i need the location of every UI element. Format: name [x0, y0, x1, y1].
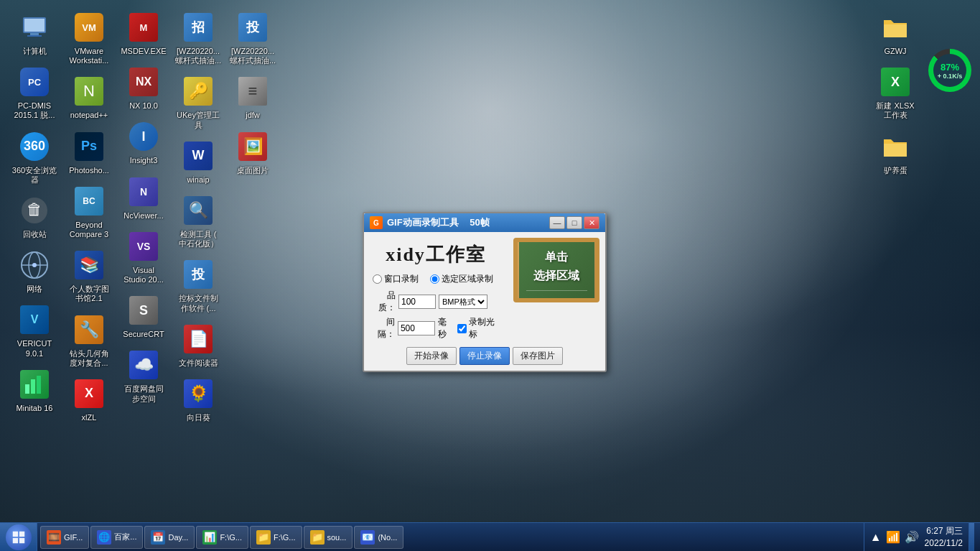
icon-beyondcompare[interactable]: BC BeyondCompare 3 [62, 181, 116, 242]
quality-input[interactable] [398, 295, 436, 309]
tray-arrow[interactable]: ▲ [870, 531, 882, 544]
radio-row: 窗口录制 选定区域录制 [373, 273, 502, 285]
svg-rect-1 [24, 19, 45, 32]
tray-signal: 📶 [886, 530, 900, 544]
icon-jdfw[interactable]: ≡ jdfw [225, 71, 280, 123]
green-board: 单击 选择区域 [519, 242, 594, 298]
icon-ukey[interactable]: 🔑 UKey管理工具 [171, 71, 225, 132]
icon-wz1[interactable]: 招 [WZ20220...螺杆式抽油... [171, 7, 225, 68]
icon-recycle[interactable]: 🗑 回收站 [7, 190, 62, 242]
icon-360[interactable]: 360 360安全浏览器 [7, 126, 62, 187]
icon-network[interactable]: 网络 [7, 245, 62, 297]
svg-rect-10 [25, 384, 29, 394]
radio-region[interactable]: 选定区域录制 [430, 273, 493, 285]
network-indicator: 87% + 0.1K/s [928, 49, 971, 92]
icon-baidu-pan[interactable]: ☁️ 百度网盘同步空间 [116, 345, 171, 406]
windows-orb [6, 524, 32, 550]
icon-winaip[interactable]: W winaip [171, 136, 225, 187]
gif-title-icon: G [370, 216, 383, 229]
show-desktop-button[interactable] [969, 523, 974, 551]
interval-unit: 毫秒 [438, 316, 454, 341]
icon-vericut[interactable]: V VERICUT9.0.1 [7, 300, 62, 361]
cursor-checkbox[interactable] [457, 324, 467, 333]
save-image-button[interactable]: 保存图片 [513, 347, 563, 365]
taskbar-no-icon: 📧 [360, 530, 375, 545]
icon-computer[interactable]: 计算机 [7, 7, 62, 59]
icon-donkey[interactable]: 驴养蛋 [868, 126, 923, 178]
taskbar-source-icon: 📁 [310, 530, 325, 545]
svg-rect-12 [37, 376, 41, 394]
icon-xlsx[interactable]: X 新建 XLSX工作表 [868, 62, 923, 123]
icon-photoshop[interactable]: Ps Photosho... [62, 126, 116, 178]
taskbar-app-baidu[interactable]: 🌐 百家... [90, 526, 143, 549]
icon-xrj[interactable]: 🌻 向日葵 [171, 374, 225, 425]
close-button[interactable]: ✕ [584, 216, 599, 229]
cursor-checkbox-text: 录制光标 [469, 316, 502, 341]
icon-notepad[interactable]: N notepad++ [62, 71, 116, 123]
clock-date: 2022/11/2 [925, 537, 963, 550]
icon-pointer-tool[interactable]: 投 控标文件制作软件 (... [171, 254, 225, 315]
interval-label: 间隔： [373, 316, 395, 341]
taskbar-fag1-icon: 📊 [202, 530, 217, 545]
taskbar-fag1-label: F:\G... [220, 533, 242, 542]
icon-minitab[interactable]: Minitab 16 [7, 364, 62, 416]
taskbar-app-day[interactable]: 📅 Day... [144, 526, 195, 549]
taskbar-app-fag2[interactable]: 📁 F:\G... [250, 526, 302, 549]
dialog-titlebar: G GIF动画录制工具 50帧 — □ ✕ [364, 213, 605, 232]
format-select[interactable]: BMP格式 [439, 295, 487, 309]
icon-gzwj[interactable]: GZWJ [868, 7, 923, 59]
quality-label: 品质： [373, 290, 396, 314]
radio-window-label: 窗口录制 [384, 273, 419, 285]
xidy-logo: xidy工作室 [386, 244, 486, 265]
taskbar-day-icon: 📅 [151, 530, 165, 545]
icon-jctool[interactable]: 🔍 检测工具 (中石化版） [171, 190, 225, 251]
icon-imgviewer[interactable]: 🖼️ 桌面图片 [225, 126, 280, 178]
board-line2: 选择区域 [533, 269, 579, 284]
icon-ncviewer[interactable]: N NcViewer... [116, 172, 171, 223]
stop-record-button[interactable]: 停止录像 [459, 347, 510, 365]
green-board-container: 单击 选择区域 [513, 238, 599, 302]
icon-file-reader[interactable]: 📄 文件阅读器 [171, 319, 225, 371]
taskbar-app-no[interactable]: 📧 (No... [354, 526, 403, 549]
restore-button[interactable]: □ [566, 216, 582, 229]
radio-region-label: 选定区域录制 [442, 273, 493, 285]
icon-drill[interactable]: 🔧 钻头几何角度对复合... [62, 310, 116, 371]
icon-securecrt[interactable]: S SecureCRT [116, 290, 171, 342]
taskbar-app-fag1[interactable]: 📊 F:\G... [196, 526, 248, 549]
icon-msdev[interactable]: M MSDEV.EXE [116, 7, 171, 59]
tray-volume[interactable]: 🔊 [905, 530, 919, 544]
svg-point-9 [32, 263, 37, 267]
system-clock[interactable]: 6:27 周三 2022/11/2 [925, 525, 963, 550]
dialog-window-controls: — □ ✕ [549, 216, 599, 229]
dialog-frame-count: 50帧 [470, 216, 489, 229]
net-speed: + 0.1K/s [938, 73, 962, 80]
icon-bookstore[interactable]: 📚 个人数字图书馆2.1 [62, 245, 116, 306]
taskbar-source-label: sou... [327, 533, 347, 542]
taskbar: 🎞️ GIF... 🌐 百家... 📅 Day... 📊 F:\G... 📁 F… [0, 522, 980, 551]
dialog-title: GIF动画录制工具 [387, 216, 459, 229]
taskbar-app-source[interactable]: 📁 sou... [304, 526, 353, 549]
taskbar-baidu-label: 百家... [114, 532, 136, 542]
start-record-button[interactable]: 开始录像 [406, 347, 457, 365]
interval-input[interactable] [398, 321, 435, 335]
action-buttons: 开始录像 停止录像 保存图片 [370, 347, 599, 365]
icon-insight3[interactable]: I Insight3 [116, 116, 171, 168]
icon-pcdmis[interactable]: PC PC-DMIS2015.1 脱... [7, 62, 62, 123]
clock-time: 6:27 周三 [925, 525, 963, 537]
taskbar-baidu-icon: 🌐 [97, 530, 111, 545]
minimize-button[interactable]: — [549, 216, 565, 229]
icon-wz2[interactable]: 投 [WZ20220...螺杆式抽油... [225, 7, 280, 68]
taskbar-app-gif[interactable]: 🎞️ GIF... [40, 526, 89, 549]
cursor-checkbox-label[interactable]: 录制光标 [457, 316, 502, 341]
svg-rect-3 [27, 35, 42, 37]
board-line1: 单击 [545, 250, 568, 265]
icon-vstudio[interactable]: VS VisualStudio 20... [116, 226, 171, 287]
gif-dialog: G GIF动画录制工具 50帧 — □ ✕ xidy工作室 窗 [363, 212, 607, 372]
icon-xlzl[interactable]: X xlZL [62, 374, 116, 425]
radio-window[interactable]: 窗口录制 [373, 273, 419, 285]
icon-vmware[interactable]: VM VMwareWorkstati... [62, 7, 116, 68]
tray-icons: ▲ 📶 🔊 [870, 530, 919, 544]
start-button[interactable] [0, 523, 37, 551]
icon-nx[interactable]: NX NX 10.0 [116, 62, 171, 114]
taskbar-day-label: Day... [168, 533, 188, 542]
